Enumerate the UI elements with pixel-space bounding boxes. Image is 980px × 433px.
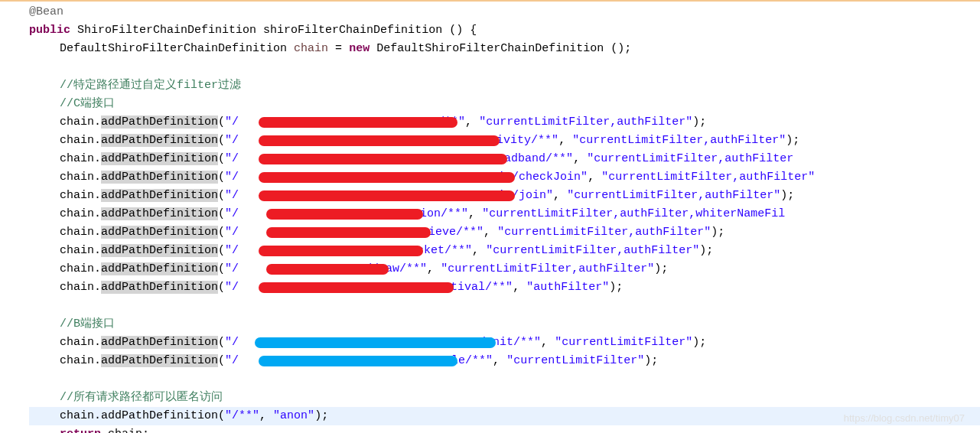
blank-line [29, 370, 980, 389]
ctor-parens: (); [610, 42, 631, 55]
method-call: addPathDefinition [101, 409, 218, 422]
comment-line[interactable]: //特定路径通过自定义filter过滤 [29, 77, 980, 95]
code-line[interactable]: chain.addPathDefinition("/Activity/**", … [29, 132, 980, 150]
redaction [255, 337, 496, 348]
parens: () [449, 24, 463, 37]
redaction [266, 264, 389, 275]
redaction [259, 190, 515, 201]
method-call: addPathDefinition [101, 189, 218, 202]
watermark: https://blog.csdn.net/timy07 [844, 411, 965, 427]
code-line[interactable]: chain.addPathDefinition("/action/**", "c… [29, 205, 980, 223]
var-chain: chain [294, 42, 328, 55]
redaction [259, 172, 515, 183]
method-call: addPathDefinition [101, 354, 218, 367]
return-var: chain [108, 428, 142, 433]
method-call: addPathDefinition [101, 134, 218, 147]
method-call: addPathDefinition [101, 336, 218, 349]
code-line[interactable]: chain.addPathDefinition("//**", "current… [29, 113, 980, 132]
method-call: addPathDefinition [101, 226, 218, 239]
blank-line [29, 297, 980, 315]
method-call: addPathDefinition [101, 207, 218, 220]
annotation-line[interactable]: @Bean [29, 3, 980, 21]
comment-anon: //所有请求路径都可以匿名访问 [60, 391, 223, 404]
keyword-public: public [29, 24, 70, 37]
decl-type: DefaultShiroFilterChainDefinition [60, 42, 287, 55]
code-line[interactable]: chain.addPathDefinition("/Broadband/**",… [29, 150, 980, 168]
redaction [259, 117, 457, 128]
code-line[interactable]: chain.addPathDefinition("/Pocket/**", "c… [29, 242, 980, 260]
code-line[interactable]: chain.addPathDefinition("/rdInit/**", "c… [29, 334, 980, 352]
method-call: addPathDefinition [101, 116, 218, 129]
top-border [0, 0, 980, 2]
code-line[interactable]: chain.addPathDefinition("//draw/**", "cu… [29, 260, 980, 278]
comment-filter: //特定路径通过自定义filter过滤 [60, 79, 241, 92]
return-line[interactable]: return chain: [29, 425, 980, 433]
bean-annotation: @Bean [29, 5, 63, 18]
redaction [259, 356, 457, 366]
method-call: addPathDefinition [101, 152, 218, 165]
comment-line[interactable]: //所有请求路径都可以匿名访问 [29, 389, 980, 407]
code-line[interactable]: chain.addPathDefinition("/Vip/checkJoin"… [29, 168, 980, 187]
comment-b-api: //B端接口 [60, 317, 115, 330]
method-call: addPathDefinition [101, 244, 218, 257]
comment-line[interactable]: //B端接口 [29, 315, 980, 334]
open-brace: { [470, 24, 477, 37]
redaction [259, 154, 507, 164]
comment-line[interactable]: //C端接口 [29, 95, 980, 113]
return-type: ShiroFilterChainDefinition [77, 24, 256, 37]
method-call: addPathDefinition [101, 281, 218, 294]
redaction [259, 282, 454, 293]
keyword-return: return [60, 428, 101, 433]
code-line[interactable]: chain.addPathDefinition("/trieve/**", "c… [29, 223, 980, 242]
keyword-new: new [349, 42, 370, 55]
method-call: addPathDefinition [101, 171, 218, 184]
code-line[interactable]: chain.addPathDefinition("/Festival/**", … [29, 278, 980, 297]
equals: = [335, 42, 342, 55]
redaction [266, 209, 423, 220]
redaction [266, 227, 431, 238]
code-editor[interactable]: @Bean public ShiroFilterChainDefinition … [0, 0, 980, 433]
blank-line [29, 58, 980, 77]
comment-c-api: //C端接口 [60, 97, 115, 110]
code-line[interactable]: chain.addPathDefinition("/Rule/**", "cur… [29, 352, 980, 370]
method-signature[interactable]: public ShiroFilterChainDefinition shiroF… [29, 21, 980, 40]
declaration-line[interactable]: DefaultShiroFilterChainDefinition chain … [29, 40, 980, 58]
method-call: addPathDefinition [101, 262, 218, 275]
redaction [259, 135, 500, 146]
redaction [259, 246, 423, 256]
code-line[interactable]: chain.addPathDefinition("/Vip/join", "cu… [29, 187, 980, 205]
code-line-current[interactable]: chain.addPathDefinition("/**", "anon"); [29, 407, 980, 425]
method-name: shiroFilterChainDefinition [263, 24, 442, 37]
ctor-type: DefaultShiroFilterChainDefinition [376, 42, 604, 55]
